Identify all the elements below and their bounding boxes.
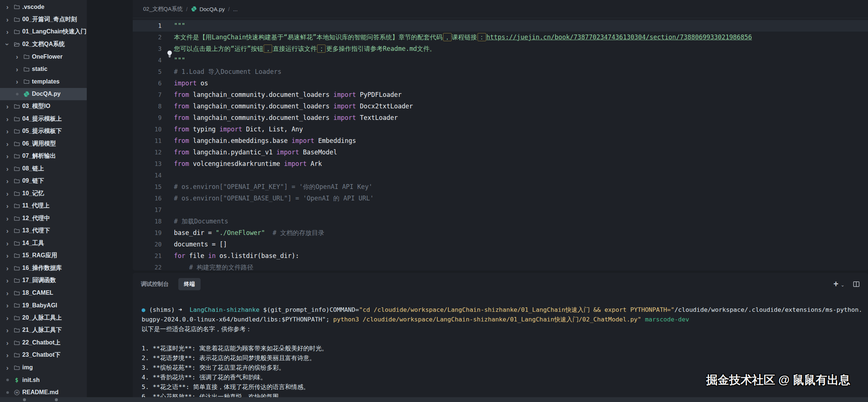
chevron-right-icon[interactable] — [3, 140, 12, 147]
sidebar-item-static[interactable]: static — [0, 63, 87, 76]
chevron-right-icon[interactable] — [3, 202, 12, 209]
chevron-down-icon[interactable]: ⌄ — [841, 282, 845, 288]
new-terminal-icon[interactable]: + — [834, 280, 838, 288]
sidebar-item-readme-md[interactable]: MREADME.md — [0, 386, 87, 398]
tab-terminal[interactable]: 终端 — [178, 278, 201, 290]
panel-actions: + ⌄ — [834, 280, 860, 288]
sidebar-item-19-babyagi[interactable]: 19_BabyAGI — [0, 299, 87, 312]
chevron-right-icon[interactable] — [3, 290, 12, 297]
item-label: 17_回调函数 — [22, 277, 56, 284]
sidebar-item-img[interactable]: img — [0, 362, 87, 374]
chevron-right-icon[interactable] — [3, 215, 12, 222]
chevron-right-icon[interactable] — [13, 53, 22, 60]
chevron-right-icon[interactable] — [3, 153, 12, 160]
sidebar-item-docqa-py[interactable]: DocQA.py — [0, 88, 87, 101]
code-line-3[interactable]: 3您可以点击最上方的“运行”按钮，直接运行该文件；更多操作指引请参考Readme… — [133, 43, 868, 55]
sidebar-item-16-[interactable]: 16_操作数据库 — [0, 262, 87, 275]
chevron-right-icon[interactable] — [3, 339, 12, 346]
sidebar-item--vscode[interactable]: .vscode — [0, 1, 87, 13]
code-line-4[interactable]: 4""" — [133, 55, 868, 66]
code-line-5[interactable]: 5# 1.Load 导入Document Loaders — [133, 66, 868, 78]
code-text: from typing import Dict, List, Any — [174, 124, 303, 135]
sidebar-item-06-[interactable]: 06_调用模型 — [0, 138, 87, 150]
chevron-right-icon[interactable] — [13, 66, 22, 73]
chevron-right-icon[interactable] — [3, 302, 12, 309]
code-line-19[interactable]: 19base_dir = "./OneFlower" # 文档的存放目录 — [133, 227, 868, 239]
chevron-right-icon[interactable] — [3, 327, 12, 334]
chevron-down-icon[interactable] — [3, 41, 12, 48]
chevron-right-icon[interactable] — [3, 28, 12, 35]
code-line-6[interactable]: 6import os — [133, 78, 868, 89]
chevron-right-icon[interactable] — [3, 265, 12, 272]
sidebar-item-03-io[interactable]: 03_模型IO — [0, 100, 87, 113]
sidebar-item-01-langchain-[interactable]: 01_LangChain快速入门 — [0, 26, 87, 38]
chevron-right-icon[interactable] — [13, 78, 22, 85]
sidebar-item-14-[interactable]: 14_工具 — [0, 237, 87, 250]
code-link[interactable]: https://juejin.cn/book/73877023474361303… — [486, 33, 752, 41]
code-line-21[interactable]: 21for file in os.listdir(base_dir): — [133, 250, 868, 262]
breadcrumb-symbol[interactable]: ... — [233, 6, 238, 12]
sidebar-item-00-[interactable]: 00_开篇词_奇点时刻 — [0, 13, 87, 26]
code-text: from langchain.embeddings.base import Em… — [174, 135, 356, 147]
code-editor[interactable]: 1"""2本文件是【用LangChain快速构建基于“易速鲜花”本地知识库的智能… — [133, 18, 868, 271]
code-line-14[interactable]: 14 — [133, 170, 868, 181]
sidebar-item-oneflower[interactable]: OneFlower — [0, 50, 87, 63]
line-number: 15 — [133, 181, 162, 193]
sidebar-item-10-[interactable]: 10_记忆 — [0, 187, 87, 200]
sidebar-item-05-[interactable]: 05_提示模板下 — [0, 125, 87, 138]
code-line-18[interactable]: 18# 加载Documents — [133, 216, 868, 227]
sidebar-item-18-camel[interactable]: 18_CAMEL — [0, 287, 87, 300]
sidebar-item-22-chatbot-[interactable]: 22_Chatbot上 — [0, 337, 87, 349]
sidebar-item-23-chatbot-[interactable]: 23_Chatbot下 — [0, 349, 87, 362]
chevron-right-icon[interactable] — [3, 314, 12, 321]
code-line-9[interactable]: 9from langchain_community.document_loade… — [133, 112, 868, 124]
sidebar-item-21-[interactable]: 21_人脉工具下 — [0, 324, 87, 337]
code-line-22[interactable]: 22 # 构建完整的文件路径 — [133, 262, 868, 271]
sidebar-item-08-[interactable]: 08_链上 — [0, 163, 87, 175]
chevron-right-icon[interactable] — [3, 252, 12, 259]
code-line-11[interactable]: 11from langchain.embeddings.base import … — [133, 135, 868, 147]
sidebar-item-11-[interactable]: 11_代理上 — [0, 200, 87, 212]
chevron-right-icon[interactable] — [3, 240, 12, 247]
chevron-right-icon[interactable] — [3, 277, 12, 284]
code-line-15[interactable]: 15# os.environ["OPENAI_API_KEY"] = '你的Op… — [133, 181, 868, 193]
lightbulb-icon[interactable] — [166, 50, 173, 59]
sidebar-item-13-[interactable]: 13_代理下 — [0, 225, 87, 237]
chevron-right-icon[interactable] — [3, 103, 12, 110]
sidebar-item-07-[interactable]: 07_解析输出 — [0, 150, 87, 163]
sidebar-item-02-qa-[interactable]: 02_文档QA系统 — [0, 38, 87, 51]
code-line-8[interactable]: 8from langchain_community.document_loade… — [133, 101, 868, 112]
breadcrumb-file[interactable]: DocQA.py — [199, 6, 225, 12]
chevron-right-icon[interactable] — [3, 16, 12, 23]
sidebar-item-15-rag-[interactable]: 15_RAG应用 — [0, 249, 87, 262]
chevron-right-icon[interactable] — [3, 352, 12, 359]
sidebar-item-20-[interactable]: 20_人脉工具上 — [0, 312, 87, 324]
chevron-right-icon[interactable] — [3, 128, 12, 135]
code-line-12[interactable]: 12from langchain.pydantic_v1 import Base… — [133, 147, 868, 158]
code-line-2[interactable]: 2本文件是【用LangChain快速构建基于“易速鲜花”本地知识库的智能问答系统… — [133, 32, 868, 43]
code-line-13[interactable]: 13from volcenginesdkarkruntime import Ar… — [133, 158, 868, 170]
chevron-right-icon[interactable] — [3, 177, 12, 184]
tab-debug-console[interactable]: 调试控制台 — [141, 281, 169, 288]
chevron-right-icon[interactable] — [3, 165, 12, 172]
chevron-right-icon[interactable] — [3, 190, 12, 197]
breadcrumb-folder[interactable]: 02_文档QA系统 — [143, 6, 183, 13]
code-line-1[interactable]: 1""" — [133, 20, 868, 32]
code-line-20[interactable]: 20documents = [] — [133, 239, 868, 250]
sidebar-item-init-sh[interactable]: $init.sh — [0, 374, 87, 386]
code-line-7[interactable]: 7from langchain_community.document_loade… — [133, 89, 868, 101]
chevron-right-icon[interactable] — [3, 3, 12, 10]
chevron-right-icon[interactable] — [3, 115, 12, 122]
split-panel-icon[interactable] — [853, 281, 860, 288]
sidebar-item-04-[interactable]: 04_提示模板上 — [0, 113, 87, 125]
code-line-16[interactable]: 16# os.environ["OPENAI_BASE_URL"] = 'Ope… — [133, 193, 868, 204]
sidebar-item-12-[interactable]: 12_代理中 — [0, 212, 87, 225]
sidebar-item-templates[interactable]: templates — [0, 75, 87, 88]
code-line-17[interactable]: 17 — [133, 204, 868, 216]
sidebar-item-09-[interactable]: 09_链下 — [0, 175, 87, 187]
sidebar-item-17-[interactable]: 17_回调函数 — [0, 274, 87, 287]
code-text: """ — [174, 20, 185, 32]
code-line-10[interactable]: 10from typing import Dict, List, Any — [133, 124, 868, 135]
chevron-right-icon[interactable] — [3, 227, 12, 234]
chevron-right-icon[interactable] — [3, 364, 12, 371]
